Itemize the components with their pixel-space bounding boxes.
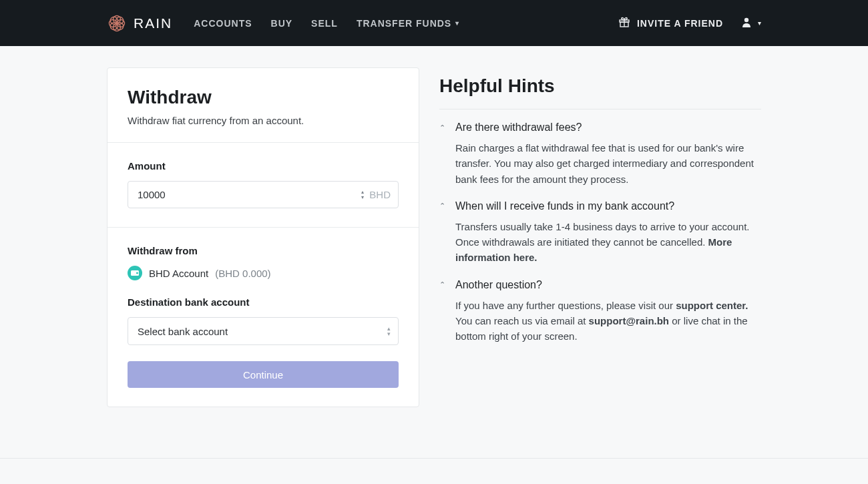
amount-input[interactable] bbox=[128, 181, 399, 208]
hint-question: Another question? bbox=[455, 279, 542, 291]
hint-question: Are there withdrawal fees? bbox=[455, 122, 582, 134]
chevron-down-icon: ▾ bbox=[455, 19, 459, 27]
svg-point-7 bbox=[116, 22, 124, 29]
wallet-icon bbox=[128, 266, 142, 280]
source-account-row: BHD Account (BHD 0.000) bbox=[128, 266, 399, 280]
nav-buy[interactable]: BUY bbox=[271, 18, 293, 29]
brand-name: RAIN bbox=[134, 15, 172, 31]
continue-button[interactable]: Continue bbox=[128, 361, 399, 388]
chevron-up-icon: ⌃ bbox=[439, 280, 446, 289]
withdraw-card: Withdraw Withdraw fiat currency from an … bbox=[107, 67, 419, 407]
svg-point-11 bbox=[744, 17, 748, 21]
main-nav: ACCOUNTS BUY SELL TRANSFER FUNDS ▾ bbox=[194, 18, 459, 29]
destination-label: Destination bank account bbox=[128, 296, 399, 308]
number-stepper-icon[interactable]: ▴▾ bbox=[361, 190, 364, 200]
helpful-hints-panel: Helpful Hints ⌃ Are there withdrawal fee… bbox=[439, 67, 761, 407]
nav-accounts[interactable]: ACCOUNTS bbox=[194, 18, 252, 29]
support-email-link[interactable]: support@rain.bh bbox=[589, 315, 669, 326]
nav-transfer-funds-label: TRANSFER FUNDS bbox=[357, 18, 451, 29]
invite-friend-label: INVITE A FRIEND bbox=[637, 18, 723, 29]
account-name: BHD Account bbox=[149, 268, 208, 279]
hint-answer: If you have any further questions, pleas… bbox=[439, 298, 761, 344]
chevron-up-icon: ⌃ bbox=[439, 124, 446, 132]
nav-sell[interactable]: SELL bbox=[311, 18, 338, 29]
support-center-link[interactable]: support center. bbox=[676, 300, 748, 311]
hint-question: When will I receive funds in my bank acc… bbox=[455, 200, 674, 212]
page-title: Withdraw bbox=[128, 87, 399, 108]
withdraw-from-label: Withdraw from bbox=[128, 245, 399, 256]
brand-logo-icon bbox=[107, 13, 127, 33]
footer-divider bbox=[0, 458, 868, 459]
nav-transfer-funds[interactable]: TRANSFER FUNDS ▾ bbox=[357, 18, 459, 29]
user-menu[interactable]: ▾ bbox=[740, 16, 761, 31]
hint-toggle-fees[interactable]: ⌃ Are there withdrawal fees? bbox=[439, 122, 761, 134]
app-header: RAIN ACCOUNTS BUY SELL TRANSFER FUNDS ▾ … bbox=[0, 0, 868, 46]
hints-title: Helpful Hints bbox=[439, 75, 761, 109]
user-icon bbox=[740, 16, 752, 31]
hint-toggle-timing[interactable]: ⌃ When will I receive funds in my bank a… bbox=[439, 200, 761, 212]
amount-label: Amount bbox=[128, 160, 399, 172]
hint-toggle-another[interactable]: ⌃ Another question? bbox=[439, 279, 761, 291]
invite-friend-button[interactable]: INVITE A FRIEND bbox=[618, 16, 723, 30]
brand-logo[interactable]: RAIN bbox=[107, 13, 172, 33]
page-subtitle: Withdraw fiat currency from an account. bbox=[128, 115, 399, 126]
chevron-up-icon: ⌃ bbox=[439, 202, 446, 210]
gift-icon bbox=[618, 16, 630, 30]
chevron-down-icon: ▾ bbox=[758, 19, 761, 27]
destination-account-select[interactable]: Select bank account bbox=[128, 317, 399, 345]
destination-select-placeholder: Select bank account bbox=[138, 326, 228, 337]
account-balance: (BHD 0.000) bbox=[215, 268, 270, 279]
hint-answer: Rain charges a flat withdrawal fee that … bbox=[439, 140, 761, 187]
hint-answer: Transfers usually take 1-4 business days… bbox=[439, 219, 761, 266]
svg-rect-13 bbox=[136, 272, 138, 274]
currency-suffix: BHD bbox=[369, 189, 391, 200]
